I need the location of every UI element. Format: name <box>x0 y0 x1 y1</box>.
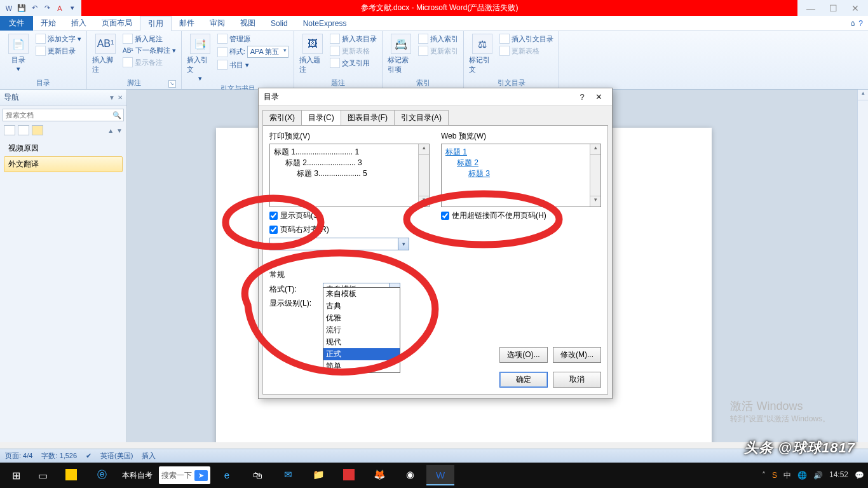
tab-insert[interactable]: 插入 <box>64 16 94 30</box>
options-button[interactable]: 选项(O)... <box>499 347 548 363</box>
tray-icon[interactable]: S <box>772 471 777 480</box>
ok-button[interactable]: 确定 <box>499 372 548 388</box>
insert-table-figures-button[interactable]: 插入表目录 <box>330 34 377 44</box>
taskbar-edge[interactable]: e <box>213 465 241 485</box>
update-authorities-button[interactable]: 更新表格 <box>499 46 553 56</box>
dialog-titlebar[interactable]: 目录 ? ✕ <box>259 88 612 106</box>
save-icon[interactable]: 💾 <box>17 3 27 13</box>
format-option[interactable]: 优雅 <box>323 312 400 324</box>
insert-footnote-button[interactable]: AB¹ 插入脚注 <box>92 34 119 74</box>
taskbar-chrome[interactable]: ◉ <box>396 465 424 485</box>
footnote-launcher[interactable]: ↘ <box>168 80 176 88</box>
ribbon-minimize-icon[interactable]: ۵ <box>851 19 855 28</box>
nav-tab-pages[interactable] <box>18 125 29 135</box>
mark-entry-button[interactable]: 📇 标记索引项 <box>388 34 414 74</box>
maximize-button[interactable]: ☐ <box>829 3 837 13</box>
update-table-button[interactable]: 更新表格 <box>330 46 377 56</box>
tab-references[interactable]: 引用 <box>140 16 172 31</box>
dialog-tab-figures[interactable]: 图表目录(F) <box>341 110 395 125</box>
next-footnote-button[interactable]: AB¹下一条脚注 ▾ <box>123 46 176 55</box>
taskbar-app[interactable] <box>57 465 85 485</box>
taskbar-search[interactable]: 搜索一下➤ <box>159 466 210 484</box>
dialog-tab-toc[interactable]: 目录(C) <box>301 110 341 125</box>
redo-icon[interactable]: ↷ <box>42 3 52 13</box>
right-align-checkbox[interactable]: 页码右对齐(R) <box>269 224 430 235</box>
dialog-help-button[interactable]: ? <box>574 92 590 102</box>
tab-leader-select[interactable]: ....... ▾ <box>269 238 409 250</box>
citation-style-select[interactable]: 样式: APA 第五 <box>217 46 289 58</box>
insert-authorities-button[interactable]: 插入引文目录 <box>499 34 553 44</box>
taskbar-ie[interactable]: ⓔ <box>88 465 116 485</box>
status-proofing-icon[interactable]: ✔ <box>86 452 92 460</box>
undo-icon[interactable]: ↶ <box>29 3 39 13</box>
update-toc-button[interactable]: 更新目录 <box>36 46 81 56</box>
tab-mailings[interactable]: 邮件 <box>172 16 202 30</box>
tab-file[interactable]: 文件 <box>0 16 33 30</box>
tab-solid[interactable]: Solid <box>263 16 295 30</box>
insert-index-button[interactable]: 插入索引 <box>418 34 458 44</box>
dialog-tab-index[interactable]: 索引(X) <box>262 110 302 125</box>
tab-review[interactable]: 审阅 <box>202 16 233 30</box>
tab-home[interactable]: 开始 <box>33 16 64 30</box>
preview-scrollbar[interactable]: ▴▾ <box>418 144 429 207</box>
use-hyperlinks-checkbox[interactable]: 使用超链接而不使用页码(H) <box>441 210 601 221</box>
manage-sources-button[interactable]: 管理源 <box>217 34 289 44</box>
cancel-button[interactable]: 取消 <box>553 372 601 388</box>
insert-caption-button[interactable]: 🖼 插入题注 <box>299 34 326 74</box>
font-color-icon[interactable]: A <box>55 3 65 13</box>
format-option[interactable]: 来自模板 <box>323 288 400 300</box>
status-language[interactable]: 英语(美国) <box>100 451 133 461</box>
taskbar-firefox[interactable]: 🦊 <box>365 465 393 485</box>
start-button[interactable]: ⊞ <box>4 465 28 485</box>
close-button[interactable]: ✕ <box>851 3 859 13</box>
insert-endnote-button[interactable]: 插入尾注 <box>123 34 176 44</box>
modify-button[interactable]: 修改(M)... <box>553 347 601 363</box>
nav-item[interactable]: 外文翻译 <box>4 156 123 172</box>
nav-down-icon[interactable]: ▼ <box>116 127 123 134</box>
nav-search-input[interactable] <box>3 109 124 121</box>
dialog-tab-authorities[interactable]: 引文目录(A) <box>394 110 449 125</box>
taskbar-explorer[interactable]: 📁 <box>304 465 332 485</box>
status-insert[interactable]: 插入 <box>142 451 156 461</box>
nav-dropdown-icon[interactable]: ▼ <box>109 94 115 101</box>
format-option[interactable]: 正式 <box>323 348 400 360</box>
insert-citation-button[interactable]: 📑 插入引文▾ <box>187 34 214 83</box>
update-index-button[interactable]: 更新索引 <box>418 46 458 56</box>
format-option[interactable]: 古典 <box>323 300 400 312</box>
show-page-numbers-checkbox[interactable]: 显示页码(S) <box>269 210 430 221</box>
status-page[interactable]: 页面: 4/4 <box>5 451 32 461</box>
preview-scrollbar[interactable]: ▴▾ <box>590 144 600 207</box>
nav-up-icon[interactable]: ▲ <box>107 127 114 134</box>
web-toc-link[interactable]: 标题 3 <box>468 169 490 178</box>
tray-clock[interactable]: 14:52 <box>829 471 848 479</box>
taskbar-store[interactable]: 🛍 <box>243 465 271 485</box>
search-icon[interactable]: 🔍 <box>112 111 121 119</box>
tray-network-icon[interactable]: 🌐 <box>797 471 807 480</box>
taskbar-mail[interactable]: ✉ <box>274 465 302 485</box>
toc-button[interactable]: 📄 目录▾ <box>5 34 32 73</box>
nav-item[interactable]: 视频原因 <box>4 140 123 156</box>
dialog-close-button[interactable]: ✕ <box>590 92 607 102</box>
show-notes-button[interactable]: 显示备注 <box>123 57 176 67</box>
taskbar-app[interactable] <box>335 465 363 485</box>
format-option[interactable]: 现代 <box>323 336 400 348</box>
qat-more-icon[interactable]: ▾ <box>67 3 78 13</box>
tray-volume-icon[interactable]: 🔊 <box>813 471 823 480</box>
format-option[interactable]: 流行 <box>323 324 400 336</box>
tab-pagelayout[interactable]: 页面布局 <box>94 16 140 30</box>
tab-view[interactable]: 视图 <box>233 16 263 30</box>
web-toc-link[interactable]: 标题 2 <box>457 158 478 167</box>
tray-notifications-icon[interactable]: 💬 <box>855 471 864 480</box>
tray-up-icon[interactable]: ˄ <box>762 471 766 480</box>
vertical-scrollbar[interactable]: ▴ <box>857 90 868 442</box>
cross-reference-button[interactable]: 交叉引用 <box>330 58 377 68</box>
bibliography-button[interactable]: 书目 ▾ <box>217 60 289 70</box>
nav-tab-headings[interactable] <box>4 125 15 135</box>
nav-close-icon[interactable]: ✕ <box>118 94 123 101</box>
add-text-button[interactable]: 添加文字 ▾ <box>36 34 81 44</box>
format-dropdown-list[interactable]: 来自模板 古典 优雅 流行 现代 正式 简单 <box>323 287 400 373</box>
task-view-button[interactable]: ▭ <box>31 465 55 485</box>
taskbar-word[interactable]: W <box>426 465 454 485</box>
tab-noteexpress[interactable]: NoteExpress <box>295 16 355 30</box>
format-option[interactable]: 简单 <box>323 360 400 372</box>
